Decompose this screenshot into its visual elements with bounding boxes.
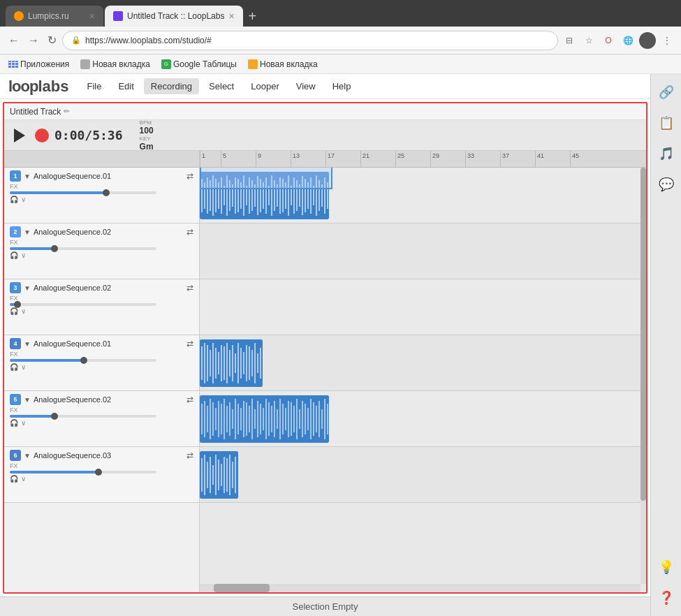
- vertical-scrollbar-thumb[interactable]: [640, 168, 646, 501]
- track-title-edit-icon[interactable]: ✏: [64, 107, 70, 116]
- track-5-headphone-icon[interactable]: 🎧: [10, 419, 18, 427]
- url-bar[interactable]: 🔒 https://www.looplabs.com/studio/#: [62, 31, 558, 50]
- track-1-fader[interactable]: [10, 191, 156, 194]
- track-1-fx-label[interactable]: FX: [10, 183, 18, 190]
- track-4-headphone-icon[interactable]: 🎧: [10, 363, 18, 371]
- menu-dots-icon[interactable]: ⋮: [659, 32, 675, 49]
- track-6-fader[interactable]: [10, 471, 156, 474]
- svg-rect-42: [316, 175, 317, 216]
- track-5-chevron-icon[interactable]: ▼: [24, 396, 31, 404]
- close-inactive-tab-icon[interactable]: ×: [89, 10, 95, 22]
- track-5-fader-handle[interactable]: [51, 413, 58, 420]
- tab-inactive[interactable]: Lumpics.ru ×: [6, 6, 103, 27]
- track-4-expand-icon[interactable]: ∨: [21, 363, 26, 371]
- bookmark-newtab2[interactable]: Новая вкладка: [245, 58, 321, 71]
- track-6-expand-icon[interactable]: ∨: [21, 475, 26, 483]
- track-3-fader[interactable]: [10, 303, 156, 306]
- play-button[interactable]: [10, 126, 29, 145]
- track-4-header: 4 ▼ AnalogueSequence.01 ⇄: [10, 338, 193, 349]
- bookmark-icon[interactable]: ☆: [580, 32, 597, 49]
- track-2-fader[interactable]: [10, 247, 156, 250]
- track-3-headphone-icon[interactable]: 🎧: [10, 307, 18, 315]
- timeline-track-row-2[interactable]: [200, 223, 646, 279]
- menu-file[interactable]: File: [80, 78, 108, 94]
- horizontal-scrollbar[interactable]: [200, 584, 640, 592]
- timeline-track-row-5[interactable]: [200, 391, 646, 447]
- timeline-track-row-3[interactable]: [200, 279, 646, 335]
- track-1-headphone-icon[interactable]: 🎧: [10, 196, 18, 203]
- globe-icon[interactable]: 🌐: [620, 32, 636, 49]
- sidebar-lightbulb-icon[interactable]: 💡: [654, 555, 679, 580]
- waveform-block-4[interactable]: [200, 339, 263, 387]
- track-6-fader-handle[interactable]: [95, 469, 102, 476]
- vertical-scrollbar[interactable]: [640, 168, 646, 584]
- svg-rect-94: [265, 399, 267, 439]
- refresh-button[interactable]: ↻: [45, 31, 59, 50]
- waveform-block-6[interactable]: [200, 451, 238, 499]
- sidebar-music-icon[interactable]: 🎵: [654, 141, 679, 166]
- new-tab-button[interactable]: +: [243, 6, 341, 27]
- svg-rect-69: [260, 348, 261, 379]
- track-5-shuffle-icon[interactable]: ⇄: [186, 395, 193, 404]
- track-1-chevron-icon[interactable]: ▼: [24, 173, 31, 180]
- menu-looper[interactable]: Looper: [244, 78, 286, 94]
- bookmark-apps[interactable]: Приложения: [6, 58, 72, 71]
- track-2-fx-label[interactable]: FX: [10, 239, 18, 246]
- track-6-fx-label[interactable]: FX: [10, 462, 18, 469]
- timeline-track-row-4[interactable]: [200, 335, 646, 391]
- track-4-fx-label[interactable]: FX: [10, 351, 18, 358]
- scrollbar-thumb[interactable]: [214, 584, 270, 592]
- track-2-headphone-icon[interactable]: 🎧: [10, 251, 18, 259]
- track-6-shuffle-icon[interactable]: ⇄: [186, 450, 193, 460]
- sidebar-clipboard-icon[interactable]: 📋: [654, 110, 679, 135]
- track-5-fader[interactable]: [10, 415, 156, 418]
- track-1-shuffle-icon[interactable]: ⇄: [186, 171, 193, 181]
- waveform-block-1[interactable]: [200, 172, 329, 219]
- sidebar-chat-icon[interactable]: 💬: [654, 172, 679, 197]
- svg-rect-46: [327, 182, 328, 209]
- menu-select[interactable]: Select: [202, 78, 241, 94]
- opera-icon[interactable]: O: [600, 32, 617, 49]
- menu-recording[interactable]: Recording: [144, 78, 199, 94]
- tab-active[interactable]: Untitled Track :: LoopLabs ×: [105, 6, 243, 27]
- record-button[interactable]: [35, 129, 49, 142]
- track-4-shuffle-icon[interactable]: ⇄: [186, 339, 193, 349]
- sidebar-link-icon[interactable]: 🔗: [654, 80, 679, 105]
- tracks-panel: 1 ▼ AnalogueSequence.01 ⇄ FX 🎧 ∨: [4, 151, 200, 592]
- track-1-expand-icon[interactable]: ∨: [21, 196, 26, 203]
- track-6-chevron-icon[interactable]: ▼: [24, 452, 31, 460]
- track-2-shuffle-icon[interactable]: ⇄: [186, 227, 193, 237]
- menu-help[interactable]: Help: [325, 78, 358, 94]
- track-4-fader-handle[interactable]: [80, 357, 87, 364]
- track-1-fader-handle[interactable]: [103, 189, 110, 196]
- ruler-mark-21: 21: [360, 151, 395, 167]
- track-6-icons: 🎧 ∨: [10, 475, 193, 483]
- timeline-panel[interactable]: 1 5 9 13 17 21 25 29 33 37 41 45: [200, 151, 646, 592]
- track-2-chevron-icon[interactable]: ▼: [24, 228, 31, 236]
- tab-inactive-title: Lumpics.ru: [28, 11, 69, 21]
- close-active-tab-icon[interactable]: ×: [228, 10, 234, 22]
- menu-view[interactable]: View: [289, 78, 323, 94]
- track-3-expand-icon[interactable]: ∨: [21, 307, 26, 315]
- track-3-shuffle-icon[interactable]: ⇄: [186, 283, 193, 293]
- bookmark-sheets[interactable]: G Google Таблицы: [159, 58, 240, 71]
- track-4-fader[interactable]: [10, 359, 156, 362]
- waveform-block-5[interactable]: [200, 395, 329, 443]
- cast-icon[interactable]: ⊟: [561, 32, 578, 49]
- timeline-track-row-6[interactable]: [200, 447, 646, 503]
- track-4-chevron-icon[interactable]: ▼: [24, 340, 31, 348]
- track-2-fader-handle[interactable]: [51, 245, 58, 252]
- profile-icon[interactable]: [639, 32, 656, 49]
- back-button[interactable]: ←: [6, 31, 22, 50]
- forward-button[interactable]: →: [25, 31, 42, 50]
- track-2-expand-icon[interactable]: ∨: [21, 251, 26, 259]
- sidebar-help-icon[interactable]: ❓: [654, 585, 679, 610]
- timeline-track-row-1[interactable]: [200, 168, 646, 223]
- track-5-fader-fill: [10, 415, 54, 418]
- track-5-fx-label[interactable]: FX: [10, 406, 18, 413]
- track-3-chevron-icon[interactable]: ▼: [24, 284, 31, 292]
- track-6-headphone-icon[interactable]: 🎧: [10, 475, 18, 483]
- track-5-expand-icon[interactable]: ∨: [21, 419, 26, 427]
- bookmark-newtab1[interactable]: Новая вкладка: [78, 58, 153, 71]
- menu-edit[interactable]: Edit: [111, 78, 140, 94]
